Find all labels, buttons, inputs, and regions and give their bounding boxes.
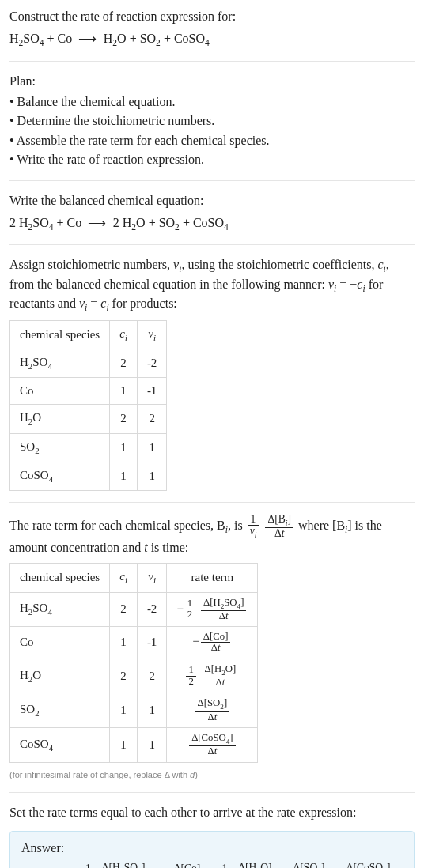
answer-box: Answer: rate = −12 Δ[H2SO4]Δt = −Δ[Co]Δt… [9, 831, 415, 868]
cell-ci: 2 [110, 659, 138, 693]
table-row: H2O 2 2 12 Δ[H2O]Δt [10, 659, 258, 693]
final-intro: Set the rate terms equal to each other t… [9, 804, 415, 821]
answer-equation: rate = −12 Δ[H2SO4]Δt = −Δ[Co]Δt = 12 Δ[… [42, 862, 403, 868]
answer-label: Answer: [21, 840, 403, 857]
plan-item: • Balance the chemical equation. [9, 93, 415, 111]
col-rate-term: rate term [167, 564, 258, 592]
rate-term-intro: The rate term for each chemical species,… [9, 514, 415, 557]
cell-rate-term: Δ[CoSO4]Δt [167, 727, 258, 762]
cell-nui: 2 [137, 659, 167, 693]
balanced-intro: Write the balanced chemical equation: [9, 192, 415, 209]
cell-rate-term: −12 Δ[H2SO4]Δt [167, 592, 258, 627]
divider [9, 502, 415, 503]
cell-rate-term: −Δ[Co]Δt [167, 627, 258, 659]
table-row: CoSO4 1 1 Δ[CoSO4]Δt [10, 727, 258, 762]
cell-ci: 1 [110, 462, 138, 490]
cell-nui: -1 [137, 378, 167, 405]
frac-delta-B-over-t: Δ[Bi] Δt [265, 514, 293, 539]
plan-item: • Assemble the rate term for each chemic… [9, 132, 415, 149]
cell-ci: 1 [110, 627, 138, 659]
stoichiometry-table: chemical species ci νi H2SO4 2 -2 Co 1 -… [9, 320, 167, 491]
cell-species: Co [10, 378, 110, 405]
plan-item: • Determine the stoichiometric numbers. [9, 112, 415, 130]
rate-table-footnote: (for infinitesimal rate of change, repla… [9, 769, 415, 781]
divider [9, 792, 415, 793]
divider [9, 180, 415, 181]
cell-nui: 1 [137, 693, 167, 728]
cell-species: SO2 [10, 693, 110, 728]
assign-text: Assign stoichiometric numbers, νi, using… [9, 256, 415, 314]
table-row: H2O 2 2 [10, 405, 167, 433]
cell-species: H2SO4 [10, 592, 110, 627]
table-row: CoSO4 1 1 [10, 462, 167, 490]
cell-nui: -1 [137, 627, 167, 659]
frac-1-over-nu: 1 νi [248, 514, 259, 539]
cell-species: H2O [10, 405, 110, 433]
cell-species: H2O [10, 659, 110, 693]
cell-ci: 2 [110, 592, 138, 627]
table-header-row: chemical species ci νi [10, 321, 167, 349]
col-nui: νi [137, 321, 167, 349]
cell-ci: 1 [110, 378, 138, 405]
table-row: H2SO4 2 -2 −12 Δ[H2SO4]Δt [10, 592, 258, 627]
cell-species: CoSO4 [10, 727, 110, 762]
cell-nui: 1 [137, 462, 167, 490]
cell-ci: 1 [110, 433, 138, 462]
col-species: chemical species [10, 564, 110, 592]
divider [9, 61, 415, 62]
cell-species: CoSO4 [10, 462, 110, 490]
cell-species: H2SO4 [10, 349, 110, 378]
plan-list: • Balance the chemical equation. • Deter… [9, 93, 415, 169]
prompt-text: Construct the rate of reaction expressio… [9, 8, 415, 25]
table-row: Co 1 -1 −Δ[Co]Δt [10, 627, 258, 659]
unbalanced-equation: H2SO4 + Co ⟶ H2O + SO2 + CoSO4 [9, 30, 415, 49]
table-header-row: chemical species ci νi rate term [10, 564, 258, 592]
balanced-equation: 2 H2SO4 + Co ⟶ 2 H2O + SO2 + CoSO4 [9, 214, 415, 233]
cell-rate-term: Δ[SO2]Δt [167, 693, 258, 728]
table-row: H2SO4 2 -2 [10, 349, 167, 378]
col-ci: ci [110, 321, 138, 349]
cell-ci: 1 [110, 727, 138, 762]
intro-before: The rate term for each chemical species,… [9, 519, 246, 532]
cell-ci: 2 [110, 405, 138, 433]
table-row: Co 1 -1 [10, 378, 167, 405]
cell-species: SO2 [10, 433, 110, 462]
cell-nui: 1 [137, 433, 167, 462]
plan-title: Plan: [9, 73, 415, 90]
cell-nui: 2 [137, 405, 167, 433]
col-species: chemical species [10, 321, 110, 349]
cell-nui: -2 [137, 349, 167, 378]
plan-item: • Write the rate of reaction expression. [9, 151, 415, 168]
divider [9, 244, 415, 245]
cell-ci: 1 [110, 693, 138, 728]
table-row: SO2 1 1 [10, 433, 167, 462]
cell-species: Co [10, 627, 110, 659]
cell-ci: 2 [110, 349, 138, 378]
cell-rate-term: 12 Δ[H2O]Δt [167, 659, 258, 693]
rate-term-table: chemical species ci νi rate term H2SO4 2… [9, 563, 258, 762]
col-nui: νi [137, 564, 167, 592]
table-row: SO2 1 1 Δ[SO2]Δt [10, 693, 258, 728]
cell-nui: 1 [137, 727, 167, 762]
cell-nui: -2 [137, 592, 167, 627]
col-ci: ci [110, 564, 138, 592]
